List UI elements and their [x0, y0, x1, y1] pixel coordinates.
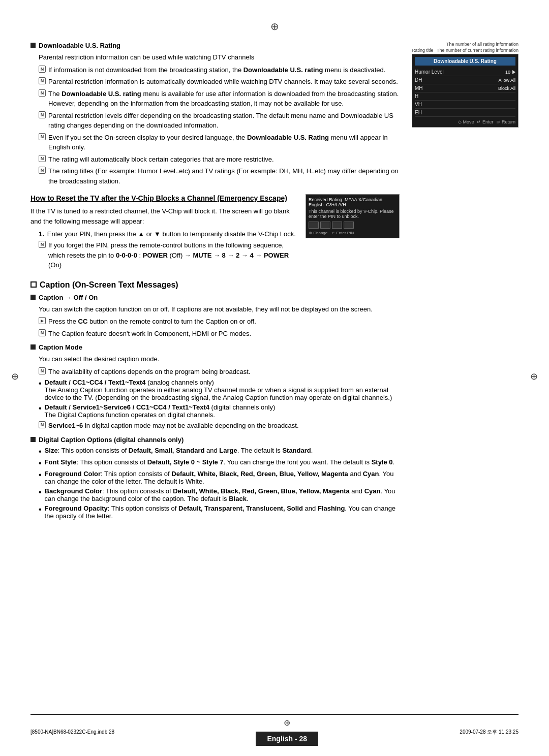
emergency-text-col: How to Reset the TV after the V-Chip Blo…: [30, 194, 296, 272]
note-item-6: N The rating will automatically block ce…: [39, 154, 400, 165]
emergency-panel-container: Received Rating: MPAA X/Canadian English…: [306, 194, 400, 243]
remote-icon-1: ▶: [39, 317, 46, 324]
note-text-5: Even if you set the On-screen display to…: [48, 133, 400, 152]
caption-mode-bullet: [30, 344, 36, 350]
caption-main-title: Caption (On-Screen Text Messages): [40, 280, 178, 290]
footer-bottom-compass: ⊕: [284, 718, 290, 728]
english-badge: English - 28: [256, 732, 318, 746]
note-item-1: N If information is not downloaded from …: [39, 65, 400, 75]
emergency-note-icon: N: [39, 241, 46, 248]
caption-onoff-text: You can switch the caption function on o…: [39, 304, 400, 314]
caption-mode-header: Caption Mode: [30, 343, 400, 351]
section-bullet-icon: [30, 43, 36, 48]
tv-panel-row-eh: EH: [415, 109, 515, 117]
caption-mode-note-text-2: Service1~6 in digital caption mode may n…: [48, 421, 299, 431]
bullet-dot-1: •: [39, 379, 42, 388]
digital-caption-bg-color: • Background Color: This option consists…: [39, 487, 400, 502]
tv-panel-row-dh: DH Allow All: [415, 76, 515, 84]
tv-panel-row-vh: VH: [415, 101, 515, 109]
caption-mode-note-icon-2: N: [39, 421, 46, 428]
note-item-4: N Parental restriction levels differ dep…: [39, 111, 400, 131]
caption-mode-note-1: N The availability of captions depends o…: [39, 367, 400, 377]
footer-divider: [30, 714, 518, 715]
digital-caption-title: Digital Caption Options (digital channel…: [39, 436, 184, 444]
all-rating-label: The number of all rating information: [412, 42, 518, 47]
caption-main-header: Caption (On-Screen Text Messages): [30, 280, 400, 290]
caption-mode-bullet-text-2: Default / Service1~Service6 / CC1~CC4 / …: [45, 403, 276, 419]
main-content: Downloadable U.S. Rating Parental restri…: [30, 42, 400, 522]
note-icon-6: N: [39, 155, 46, 162]
downloadable-rating-para: Parental restriction information can be …: [39, 52, 400, 62]
digital-caption-bullet: [30, 437, 36, 442]
step-text-1: Enter your PIN, then press the ▲ or ▼ bu…: [47, 230, 296, 238]
caption-onoff-note-1: ▶ Press the CC button on the remote cont…: [39, 317, 400, 327]
humor-level-arrow: [512, 70, 515, 74]
caption-onoff-note-icon-2: N: [39, 329, 46, 336]
rating-title-label: Rating title: [412, 48, 434, 53]
pin-input-boxes: [309, 222, 396, 229]
top-compass-icon: ⊕: [30, 20, 518, 33]
humor-level-value: 10: [505, 70, 510, 75]
tv-panel: Downloadable U.S. Rating Humor Level 10 …: [412, 54, 518, 128]
caption-mode-note-icon-1: N: [39, 367, 46, 374]
note-text-4: Parental restriction levels differ depen…: [48, 111, 400, 131]
note-text-7: The rating titles (For example: Humor Le…: [48, 166, 400, 186]
caption-onoff-note-text-2: The Caption feature doesn't work in Comp…: [48, 329, 251, 339]
h-label: H: [415, 93, 418, 99]
nav-return: ⊃ Return: [496, 119, 515, 124]
digital-caption-font-style: • Font Style: This option consists of De…: [39, 458, 400, 468]
footer-center: ⊕ English - 28: [256, 718, 318, 746]
tv-panel-header: Downloadable U.S. Rating: [415, 57, 515, 66]
caption-mode-bullet-1: • Default / CC1~CC4 / Text1~Text4 (analo…: [39, 379, 400, 401]
digital-caption-header: Digital Caption Options (digital channel…: [30, 436, 400, 444]
note-item-5: N Even if you set the On-screen display …: [39, 133, 400, 152]
note-icon-2: N: [39, 77, 46, 84]
emergency-escape-section: How to Reset the TV after the V-Chip Blo…: [30, 194, 400, 272]
tv-panel-nav: ◇ Move ↵ Enter ⊃ Return: [415, 119, 515, 124]
digital-caption-fg-opacity: • Foreground Opacity: This option consis…: [39, 505, 400, 520]
nav-move: ◇ Move: [458, 119, 474, 124]
note-item-7: N The rating titles (For example: Humor …: [39, 166, 400, 186]
dh-label: DH: [415, 77, 422, 83]
caption-mode-bullet-text-1: Default / CC1~CC4 / Text1~Text4 (analog …: [45, 379, 400, 401]
emergency-nav: ⊕ Change ↵ Enter PIN: [309, 231, 396, 235]
font-text: Font Style: This option consists of Defa…: [45, 458, 395, 466]
pin-box-1: [309, 222, 319, 229]
caption-onoff-title: Caption → Off / On: [39, 294, 98, 301]
note-icon-4: N: [39, 111, 46, 118]
note-icon-5: N: [39, 133, 46, 140]
digital-caption-size: • Size: This option consists of Default,…: [39, 447, 400, 456]
footer-right-text: 2009-07-28 오후 11:23:25: [460, 729, 518, 736]
footer-content: [8500-NA]BN68-02322C-Eng.indb 28 ⊕ Engli…: [30, 718, 518, 746]
caption-on-off-section: Caption → Off / On You can switch the ca…: [30, 294, 400, 339]
emergency-panel-text: This channel is blocked by V-Chip. Pleas…: [309, 209, 396, 219]
caption-mode-section: Caption Mode You can select the desired …: [30, 343, 400, 431]
downloadable-rating-section: Downloadable U.S. Rating Parental restri…: [30, 42, 400, 186]
pin-box-4: [344, 222, 354, 229]
fg-opacity-bullet-dot: •: [39, 505, 42, 514]
caption-checkbox-icon: [30, 281, 37, 288]
note-item-2: N Parental restriction information is au…: [39, 77, 400, 87]
caption-mode-note-text-1: The availability of captions depends on …: [48, 367, 250, 377]
page-container: ⊕ Downloadable U.S. Rating Parental rest…: [0, 0, 549, 756]
note-icon-1: N: [39, 66, 46, 73]
emergency-tv-panel: Received Rating: MPAA X/Canadian English…: [306, 194, 400, 238]
digital-caption-fg-color: • Foreground Color: This option consists…: [39, 470, 400, 485]
current-rating-label: The number of current rating information: [437, 48, 518, 53]
digital-caption-section: Digital Caption Options (digital channel…: [30, 436, 400, 520]
emergency-note-1: N If you forget the PIN, press the remot…: [39, 240, 296, 270]
nav-enter: ↵ Enter: [477, 119, 493, 124]
note-text-3: The Downloadable U.S. rating menu is ava…: [48, 89, 400, 109]
caption-section: Caption (On-Screen Text Messages) Captio…: [30, 280, 400, 520]
caption-onoff-note-text-1: Press the CC button on the remote contro…: [48, 317, 256, 327]
page-footer: [8500-NA]BN68-02322C-Eng.indb 28 ⊕ Engli…: [0, 714, 549, 746]
note-icon-3: N: [39, 89, 46, 97]
emergency-nav-change: ⊕ Change: [309, 231, 327, 235]
bg-color-text: Background Color: This option consists o…: [45, 487, 400, 502]
note-text-2: Parental restriction information is auto…: [48, 77, 398, 87]
eh-label: EH: [415, 110, 422, 115]
sidebar-column: The number of all rating information Rat…: [412, 42, 518, 135]
emergency-panel-title: Received Rating: MPAA X/Canadian English…: [309, 197, 396, 207]
emergency-nav-enter: ↵ Enter PIN: [331, 231, 354, 235]
bullet-dot-2: •: [39, 403, 42, 413]
